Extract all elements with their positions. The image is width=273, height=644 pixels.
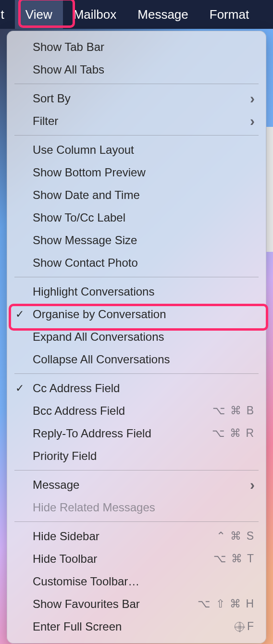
- menu-item-hide-toolbar[interactable]: Hide Toolbar⌥ ⌘ T: [7, 547, 266, 570]
- menu-item-cc-address-field[interactable]: ✓Cc Address Field: [7, 377, 266, 399]
- menu-item-sort-by[interactable]: Sort By›: [7, 87, 266, 110]
- menu-item-shortcut: ⌥ ⌘ R: [212, 427, 255, 440]
- menu-item-organise-by-conversation[interactable]: ✓Organise by Conversation: [7, 303, 266, 325]
- menu-item-enter-full-screen[interactable]: Enter Full ScreenF: [7, 615, 266, 638]
- menu-item-show-all-tabs[interactable]: Show All Tabs: [7, 58, 266, 81]
- menu-item-label: Expand All Conversations: [33, 330, 255, 344]
- menu-item-label: Highlight Conversations: [33, 285, 255, 298]
- menu-item-customise-toolbar[interactable]: Customise Toolbar…: [7, 570, 266, 593]
- menu-item-label: Cc Address Field: [33, 382, 255, 395]
- menu-item-label: Bcc Address Field: [33, 404, 212, 418]
- menu-item-label: Filter: [33, 114, 250, 128]
- menu-item-label: Show All Tabs: [33, 63, 255, 76]
- menu-section: Message›Hide Related Messages: [7, 470, 266, 519]
- menu-item-label: Show Message Size: [33, 234, 255, 247]
- menu-item-expand-all-conversations[interactable]: Expand All Conversations: [7, 325, 266, 348]
- checkmark-icon: ✓: [7, 382, 33, 395]
- globe-icon: [235, 622, 244, 632]
- chevron-right-icon: ›: [250, 478, 255, 492]
- chevron-right-icon: ›: [250, 114, 255, 128]
- menu-item-shortcut: ⌥ ⌘ B: [212, 404, 255, 417]
- menu-item-label: Organise by Conversation: [33, 308, 255, 321]
- menu-item-label: Message: [33, 478, 250, 492]
- menu-item-hide-related-messages: Hide Related Messages: [7, 496, 266, 519]
- menu-item-label: Show Favourites Bar: [33, 597, 198, 611]
- menu-item-message[interactable]: Message›: [7, 473, 266, 496]
- menu-section: Sort By›Filter›: [7, 84, 266, 132]
- menu-item-label: Hide Related Messages: [33, 501, 255, 514]
- menu-section: Hide Sidebar⌃ ⌘ SHide Toolbar⌥ ⌘ TCustom…: [7, 521, 266, 638]
- menubar-item-mailbox[interactable]: Mailbox: [63, 0, 127, 29]
- menu-item-label: Show Bottom Preview: [33, 166, 255, 179]
- menu-item-shortcut: ⌃ ⌘ S: [216, 530, 255, 543]
- menu-item-show-tab-bar[interactable]: Show Tab Bar: [7, 36, 266, 58]
- menu-item-bcc-address-field[interactable]: Bcc Address Field⌥ ⌘ B: [7, 399, 266, 422]
- menu-item-collapse-all-conversations[interactable]: Collapse All Conversations: [7, 348, 266, 371]
- background-window-edge: [266, 127, 273, 252]
- menu-item-hide-sidebar[interactable]: Hide Sidebar⌃ ⌘ S: [7, 525, 266, 547]
- menu-item-label: Show Date and Time: [33, 188, 255, 202]
- menubar: lit View Mailbox Message Format: [0, 0, 273, 29]
- menu-item-show-contact-photo[interactable]: Show Contact Photo: [7, 251, 266, 274]
- menubar-item-message[interactable]: Message: [127, 0, 199, 29]
- menu-item-label: Reply-To Address Field: [33, 427, 212, 440]
- view-menu-dropdown: Show Tab BarShow All TabsSort By›Filter›…: [7, 31, 266, 644]
- menu-item-shortcut: ⌥ ⌘ T: [213, 552, 255, 565]
- menu-section: Highlight Conversations✓Organise by Conv…: [7, 277, 266, 371]
- menu-item-label: Enter Full Screen: [33, 620, 235, 633]
- menu-section: Show Tab BarShow All Tabs: [7, 36, 266, 81]
- menu-item-priority-field[interactable]: Priority Field: [7, 445, 266, 467]
- menubar-item-format[interactable]: Format: [199, 0, 260, 29]
- menu-section: ✓Cc Address FieldBcc Address Field⌥ ⌘ BR…: [7, 373, 266, 467]
- menu-item-reply-to-address-field[interactable]: Reply-To Address Field⌥ ⌘ R: [7, 422, 266, 445]
- menu-section: Use Column LayoutShow Bottom PreviewShow…: [7, 135, 266, 274]
- menu-item-label: Priority Field: [33, 449, 255, 463]
- menu-item-label: Collapse All Conversations: [33, 353, 255, 366]
- menu-item-label: Use Column Layout: [33, 143, 255, 157]
- menu-item-use-column-layout[interactable]: Use Column Layout: [7, 138, 266, 161]
- menu-item-show-favourites-bar[interactable]: Show Favourites Bar⌥ ⇧ ⌘ H: [7, 593, 266, 615]
- menubar-item-edit[interactable]: lit: [0, 0, 15, 29]
- menu-item-filter[interactable]: Filter›: [7, 110, 266, 132]
- menu-item-highlight-conversations[interactable]: Highlight Conversations: [7, 280, 266, 303]
- menu-item-show-message-size[interactable]: Show Message Size: [7, 229, 266, 251]
- menu-item-label: Show Contact Photo: [33, 256, 255, 270]
- menu-item-shortcut: ⌥ ⇧ ⌘ H: [198, 597, 255, 610]
- menu-item-shortcut: F: [235, 620, 255, 633]
- menu-item-label: Hide Sidebar: [33, 530, 216, 543]
- menu-item-show-date-and-time[interactable]: Show Date and Time: [7, 184, 266, 206]
- menu-item-label: Sort By: [33, 92, 250, 105]
- menu-item-label: Show Tab Bar: [33, 40, 255, 54]
- menubar-item-view[interactable]: View: [15, 0, 63, 29]
- menu-item-show-bottom-preview[interactable]: Show Bottom Preview: [7, 161, 266, 184]
- menu-item-label: Hide Toolbar: [33, 552, 213, 566]
- menu-item-label: Show To/Cc Label: [33, 211, 255, 224]
- checkmark-icon: ✓: [7, 308, 33, 321]
- menu-item-label: Customise Toolbar…: [33, 575, 255, 588]
- chevron-right-icon: ›: [250, 91, 255, 106]
- menu-item-show-to-cc-label[interactable]: Show To/Cc Label: [7, 206, 266, 229]
